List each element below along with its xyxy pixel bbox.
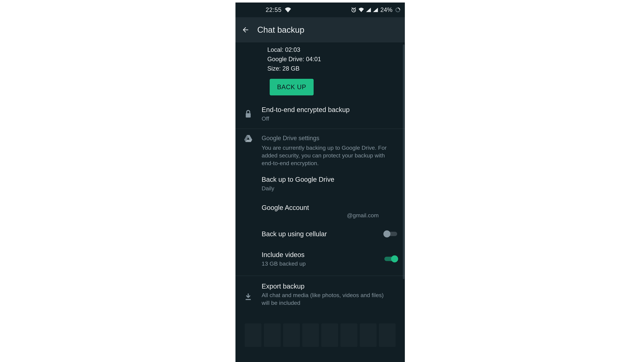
backup-cellular-row[interactable]: Back up using cellular [236,224,405,244]
back-button[interactable] [240,25,250,35]
e2e-status: Off [262,115,399,122]
phone-screen: 22:55 24% [236,2,405,362]
google-drive-icon [244,135,252,167]
page-title: Chat backup [257,25,304,35]
gdrive-section-title: Google Drive settings [262,135,398,142]
backup-frequency-row[interactable]: Back up to Google Drive Daily [236,168,405,197]
battery-percent: 24% [380,6,392,14]
signal-icon-1 [366,8,371,12]
include-videos-sub: 13 GB backed up [262,260,378,268]
backup-cellular-toggle[interactable] [384,230,398,238]
local-backup-label: Local: [267,46,284,53]
scrollbar[interactable] [403,44,404,279]
signal-icon-2 [373,8,378,12]
gdrive-backup-label: Google Drive: [267,56,304,62]
backup-cellular-title: Back up using cellular [262,229,378,238]
e2e-title: End-to-end encrypted backup [262,105,399,114]
backup-info: Local: 02:03 Google Drive: 04:01 Size: 2… [236,42,405,73]
export-backup-title: Export backup [262,282,399,291]
export-backup-desc: All chat and media (like photos, videos … [262,292,399,307]
alarm-icon [351,7,356,13]
app-bar: Chat backup [236,17,405,42]
wifi-small-icon [358,8,364,12]
loading-spinner-icon [395,7,400,12]
status-time: 22:55 [266,6,282,14]
include-videos-toggle[interactable] [384,255,398,262]
e2e-encrypted-backup-row[interactable]: End-to-end encrypted backup Off [236,100,405,128]
svg-rect-2 [246,113,250,118]
gdrive-section-header: Google Drive settings You are currently … [236,129,405,168]
google-account-value: @gmail.com [262,212,399,219]
backup-frequency-title: Back up to Google Drive [262,175,399,184]
svg-rect-3 [246,299,251,300]
google-account-row[interactable]: Google Account @gmail.com [236,197,405,224]
wifi-icon [285,8,291,12]
backup-frequency-value: Daily [262,184,399,192]
google-account-title: Google Account [262,203,399,212]
backup-size-value: 28 GB [282,65,300,72]
backup-button[interactable]: BACK UP [270,79,314,96]
gdrive-backup-value: 04:01 [306,56,321,62]
status-bar: 22:55 24% [236,2,405,17]
include-videos-title: Include videos [262,250,378,259]
local-backup-value: 02:03 [285,46,300,53]
download-icon [244,293,252,301]
lock-icon [244,110,252,118]
backup-size-label: Size: [267,65,281,72]
gdrive-section-desc: You are currently backing up to Google D… [262,144,398,167]
export-backup-row[interactable]: Export backup All chat and media (like p… [236,276,405,312]
watermark [245,324,396,347]
include-videos-row[interactable]: Include videos 13 GB backed up [236,244,405,275]
